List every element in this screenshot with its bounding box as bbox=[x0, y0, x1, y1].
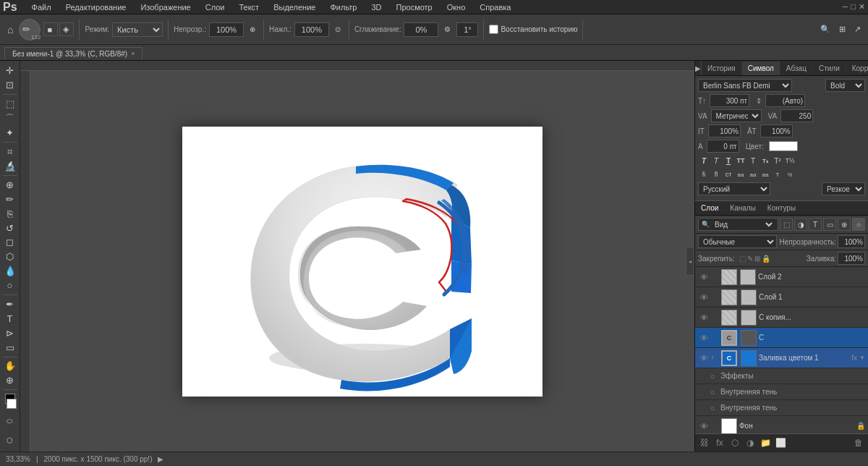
menu-text[interactable]: Текст bbox=[236, 3, 262, 12]
lock-position-icon[interactable]: ✎ bbox=[747, 255, 753, 263]
filter-pixel-btn[interactable]: ⬚ bbox=[780, 218, 793, 231]
document-tab[interactable]: Без имени-1 @ 33,3% (С, RGB/8#) × bbox=[4, 47, 142, 60]
status-arrow[interactable]: ▶ bbox=[158, 455, 163, 463]
italic-t-icon[interactable]: T bbox=[698, 155, 710, 166]
layers-search-box[interactable]: 🔍 Вид bbox=[698, 218, 778, 231]
lock-pixel-icon[interactable]: ⬚ bbox=[739, 255, 746, 263]
menu-window[interactable]: Окно bbox=[444, 3, 469, 12]
effect-vis-1[interactable]: ○ bbox=[707, 386, 718, 398]
subscript-t-icon[interactable]: T½ bbox=[784, 155, 796, 166]
restore-history-check[interactable] bbox=[489, 25, 498, 34]
tab-paragraph[interactable]: Абзац bbox=[780, 62, 813, 75]
opacity-pressure-btn[interactable]: ⊕ bbox=[247, 24, 258, 35]
opacity-input[interactable] bbox=[209, 22, 244, 37]
antialiasing-select[interactable]: Резкое bbox=[822, 182, 865, 195]
tracking-input[interactable] bbox=[780, 109, 813, 122]
angle-input[interactable] bbox=[456, 22, 478, 37]
menu-image[interactable]: Изображение bbox=[137, 3, 193, 12]
add-style-btn[interactable]: fx bbox=[713, 436, 726, 449]
share-btn[interactable]: ↗ bbox=[851, 23, 864, 35]
layer-vis-fill[interactable]: 👁 bbox=[698, 352, 710, 364]
path-select-tool[interactable]: ⊳ bbox=[1, 326, 19, 340]
layer-vis-c[interactable]: 👁 bbox=[698, 332, 710, 344]
add-mask-btn[interactable]: ⬡ bbox=[728, 436, 741, 449]
tab-paths[interactable]: Контуры bbox=[762, 201, 801, 215]
tab-correction[interactable]: Коррекция bbox=[846, 62, 868, 75]
effect-shadow-1[interactable]: ○ Внутренняя тень bbox=[695, 384, 868, 400]
canvas-document[interactable] bbox=[182, 127, 542, 397]
ligature-fi-icon[interactable]: fi bbox=[698, 169, 710, 180]
new-group-btn[interactable]: 📁 bbox=[759, 436, 772, 449]
move-tool[interactable]: ✛ bbox=[1, 64, 19, 77]
layer-vis-copy[interactable]: 👁 bbox=[698, 312, 710, 323]
filter-kind-select[interactable]: Вид bbox=[712, 220, 775, 229]
lock-all-icon[interactable]: 🔒 bbox=[762, 255, 770, 263]
history-tool[interactable]: ↺ bbox=[1, 221, 19, 235]
shape-tool[interactable]: ▭ bbox=[1, 341, 19, 355]
layer-item-fill[interactable]: 👁 f C Заливка цветом 1 fx ▼ bbox=[695, 348, 868, 368]
font-style-select[interactable]: Bold bbox=[825, 79, 865, 92]
contextalt-icon[interactable]: аа bbox=[735, 169, 746, 180]
language-select[interactable]: Русский bbox=[698, 182, 770, 195]
ligature-fl-icon[interactable]: fl bbox=[710, 169, 722, 180]
blur-tool[interactable]: 💧 bbox=[1, 264, 19, 278]
workspace-btn[interactable]: ⊞ bbox=[836, 23, 848, 35]
baseline-input[interactable] bbox=[707, 140, 739, 153]
brush-mode-select[interactable]: Кисть bbox=[112, 22, 163, 37]
restore-history-checkbox[interactable]: Восстановить историю bbox=[489, 25, 577, 34]
color-swatch[interactable] bbox=[769, 141, 798, 151]
background-color[interactable] bbox=[7, 399, 17, 409]
clone-tool[interactable]: ⎘ bbox=[1, 207, 19, 221]
menu-view[interactable]: Просмотр bbox=[393, 3, 435, 12]
layer-vis-bg[interactable]: 👁 bbox=[698, 420, 710, 432]
fractions-icon[interactable]: T bbox=[772, 169, 783, 180]
new-layer-btn[interactable]: ⬜ bbox=[774, 436, 787, 449]
superscript-t-icon[interactable]: T² bbox=[772, 155, 783, 166]
layer-item-copy[interactable]: 👁 С копия... bbox=[695, 308, 868, 328]
smoothing-input[interactable] bbox=[404, 22, 438, 37]
glyphs-icon[interactable]: аа bbox=[760, 169, 771, 180]
crop-tool[interactable]: ⌗ bbox=[1, 145, 19, 158]
menu-select[interactable]: Выделение bbox=[271, 3, 318, 12]
tab-symbol[interactable]: Символ bbox=[742, 62, 780, 75]
smoothing-btn[interactable]: ⚙ bbox=[441, 24, 454, 35]
effect-vis-2[interactable]: ○ bbox=[707, 402, 718, 414]
strikethrough-t-icon[interactable]: TT bbox=[735, 155, 746, 166]
effects-vis[interactable]: ○ bbox=[707, 370, 718, 382]
menu-file[interactable]: Файл bbox=[29, 3, 54, 12]
layer-opacity-input[interactable] bbox=[838, 235, 865, 248]
artboard-tool[interactable]: ⊡ bbox=[1, 78, 19, 92]
delete-layer-btn[interactable]: 🗑 bbox=[852, 436, 865, 449]
layer-item-c[interactable]: 👁 C С bbox=[695, 328, 868, 348]
filter-type-btn[interactable]: T bbox=[809, 218, 822, 231]
marquee-tool[interactable]: ⬚ bbox=[1, 97, 19, 111]
blend-mode-select[interactable]: Обычные bbox=[698, 235, 777, 248]
wand-tool[interactable]: ✦ bbox=[1, 127, 19, 140]
pen-tool[interactable]: ✒ bbox=[1, 297, 19, 311]
allcaps-t-icon[interactable]: T bbox=[747, 155, 759, 166]
layer-vis-2[interactable]: 👁 bbox=[698, 271, 710, 283]
kerning-select[interactable]: Метрическо bbox=[711, 109, 762, 122]
new-adjustment-btn[interactable]: ◑ bbox=[744, 436, 757, 449]
bold-t-icon[interactable]: T bbox=[710, 155, 722, 166]
text-tool[interactable]: T bbox=[1, 312, 19, 326]
filter-shape-btn[interactable]: ▭ bbox=[823, 218, 836, 231]
zoom-tool[interactable]: ⊕ bbox=[1, 373, 19, 387]
filter-toggle-btn[interactable]: ○ bbox=[852, 218, 865, 231]
filter-adjustment-btn[interactable]: ◑ bbox=[794, 218, 807, 231]
scale-v-input[interactable] bbox=[760, 124, 793, 137]
font-size-input[interactable] bbox=[710, 94, 749, 107]
tab-history[interactable]: История bbox=[702, 62, 742, 75]
font-select[interactable]: Berlin Sans FB Demi bbox=[698, 79, 792, 92]
hand-tool[interactable]: ✋ bbox=[1, 359, 19, 373]
tab-layers[interactable]: Слои bbox=[695, 201, 724, 215]
tab-styles[interactable]: Стили bbox=[813, 62, 846, 75]
pressure-input[interactable] bbox=[294, 22, 329, 37]
layer-vis-1[interactable]: 👁 bbox=[698, 292, 710, 303]
close-btn[interactable]: ✕ bbox=[859, 2, 865, 12]
eyedropper-tool[interactable]: 🔬 bbox=[1, 159, 19, 173]
healing-tool[interactable]: ⊕ bbox=[1, 178, 19, 192]
pressure-btn[interactable]: ⊙ bbox=[332, 24, 344, 35]
brush-tool[interactable]: ✏ bbox=[1, 192, 19, 206]
quick-mask-btn[interactable]: ⬭ bbox=[1, 412, 19, 430]
